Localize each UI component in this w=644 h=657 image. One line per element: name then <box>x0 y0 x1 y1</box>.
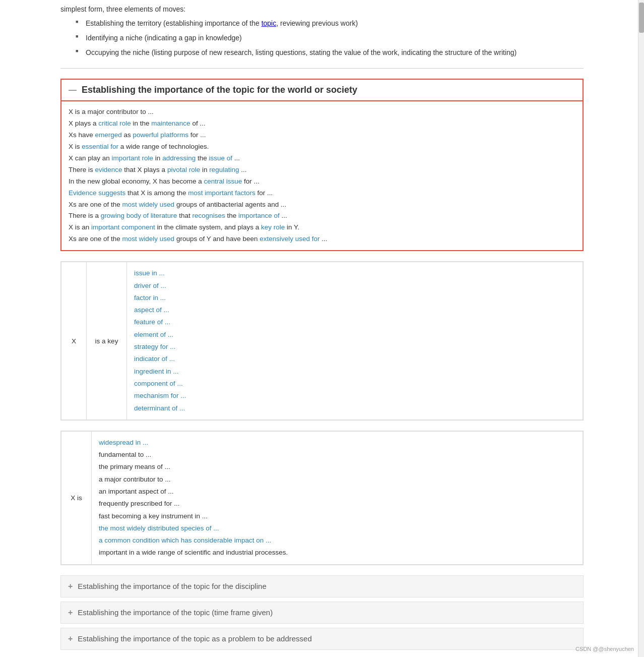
opt-component-of[interactable]: component of ... <box>134 378 575 390</box>
scrollbar-thumb[interactable] <box>639 3 644 33</box>
opt2-important-aspect: an important aspect of ... <box>99 486 575 498</box>
phrase-3: Xs have emerged as powerful platforms fo… <box>69 130 575 141</box>
bullet-item-3: Occupying the niche (listing purpose of … <box>76 47 584 58</box>
collapsed-section-1[interactable]: + Establishing the importance of the top… <box>60 575 584 598</box>
link-evidence[interactable]: evidence <box>95 166 122 173</box>
section-divider <box>60 68 584 69</box>
table-2: X is widespread in ... fundamental to ..… <box>60 431 584 565</box>
phrase-10: There is a growing body of literature th… <box>69 210 575 222</box>
table-2-cell-x-is: X is <box>61 431 92 564</box>
collapsed-title-1: Establishing the importance of the topic… <box>78 582 266 590</box>
phrase-5: X can play an important role in addressi… <box>69 153 575 164</box>
opt2-important-in: important in a wide range of scientific … <box>99 547 575 559</box>
opt-feature-of[interactable]: feature of ... <box>134 316 575 328</box>
table-1-row: X is a key issue in ... driver of ... fa… <box>61 262 583 420</box>
phrase-4: X is essential for a wide range of techn… <box>69 141 575 153</box>
opt-mechanism-for[interactable]: mechanism for ... <box>134 390 575 402</box>
link-importance-of[interactable]: importance of <box>238 212 280 219</box>
opt2-fast-becoming: fast becoming a key instrument in ... <box>99 510 575 522</box>
table-1: X is a key issue in ... driver of ... fa… <box>60 261 584 421</box>
link-regulating[interactable]: regulating <box>209 166 239 173</box>
opt-factor-in[interactable]: factor in ... <box>134 292 575 304</box>
opt-aspect-of[interactable]: aspect of ... <box>134 304 575 316</box>
link-most-important-factors[interactable]: most important factors <box>188 189 255 197</box>
opt2-most-widely-distributed[interactable]: the most widely distributed species of .… <box>99 522 575 534</box>
phrase-8: Evidence suggests that X is among the mo… <box>69 188 575 199</box>
opt-element-of[interactable]: element of ... <box>134 329 575 341</box>
table-1-cell-options: issue in ... driver of ... factor in ...… <box>127 262 583 420</box>
opt2-major-contributor: a major contributor to ... <box>99 473 575 486</box>
phrase-2: X plays a critical role in the maintenan… <box>69 118 575 130</box>
expand-icon-3: + <box>68 634 73 643</box>
opt-ingredient-in[interactable]: ingredient in ... <box>134 366 575 378</box>
link-emerged[interactable]: emerged <box>95 131 122 139</box>
collapse-icon: — <box>69 86 77 95</box>
collapsed-title-3: Establishing the importance of the topic… <box>78 634 311 643</box>
link-pivotal-role[interactable]: pivotal role <box>167 166 200 173</box>
opt2-frequently-prescribed: frequently prescribed for ... <box>99 498 575 510</box>
topic-link-1[interactable]: topic <box>262 19 277 27</box>
table-2-cell-options: widespread in ... fundamental to ... the… <box>92 431 583 564</box>
bullet-list: Establishing the territory (establishing… <box>76 18 584 58</box>
link-growing-body[interactable]: growing body of literature <box>101 212 177 219</box>
opt2-widespread-in[interactable]: widespread in ... <box>99 437 575 449</box>
link-evidence-suggests[interactable]: Evidence suggests <box>69 189 125 197</box>
expand-icon-2: + <box>68 608 73 617</box>
link-important-component[interactable]: important component <box>91 223 155 231</box>
table-1-grid: X is a key issue in ... driver of ... fa… <box>61 262 583 420</box>
table-2-row: X is widespread in ... fundamental to ..… <box>61 431 583 564</box>
phrases-box: X is a major contributor to ... X plays … <box>60 101 584 251</box>
link-addressing[interactable]: addressing <box>162 154 196 162</box>
link-recognises[interactable]: recognises <box>192 212 225 219</box>
watermark: CSDN @@shenyuchen <box>575 646 634 652</box>
link-important-role[interactable]: important role <box>112 154 154 162</box>
link-issue-of[interactable]: issue of <box>209 154 232 162</box>
page-wrapper: simplest form, three elements of moves: … <box>50 0 594 657</box>
opt2-common-condition[interactable]: a common condition which has considerabl… <box>99 534 575 547</box>
collapsed-section-2[interactable]: + Establishing the importance of the top… <box>60 602 584 624</box>
opt-determinant-of[interactable]: determinant of ... <box>134 402 575 414</box>
collapsed-title-2: Establishing the importance of the topic… <box>78 608 273 617</box>
bullet-item-2: Identifying a niche (indicating a gap in… <box>76 33 584 43</box>
phrase-1: X is a major contributor to ... <box>69 106 575 118</box>
link-most-widely-used-1[interactable]: most widely used <box>122 201 175 208</box>
opt2-primary-means: the primary means of ... <box>99 461 575 473</box>
link-powerful-platforms[interactable]: powerful platforms <box>133 131 188 139</box>
link-critical-role[interactable]: critical role <box>98 120 131 127</box>
opt-indicator-of[interactable]: indicator of ... <box>134 353 575 365</box>
link-extensively-used[interactable]: extensively used for <box>260 235 319 243</box>
collapsed-section-3[interactable]: + Establishing the importance of the top… <box>60 628 584 650</box>
opt-driver-of[interactable]: driver of ... <box>134 280 575 292</box>
link-most-widely-used-2[interactable]: most widely used <box>122 235 175 243</box>
table-1-cell-is-a-key: is a key <box>87 262 127 420</box>
phrase-11: X is an important component in the clima… <box>69 222 575 233</box>
phrase-7: In the new global economy, X has become … <box>69 176 575 188</box>
opt-strategy-for[interactable]: strategy for ... <box>134 341 575 353</box>
expand-icon-1: + <box>68 582 73 591</box>
link-central-issue[interactable]: central issue <box>204 177 242 185</box>
table-1-cell-x: X <box>61 262 87 420</box>
bullet-item-1: Establishing the territory (establishing… <box>76 18 584 29</box>
intro-text: simplest form, three elements of moves: <box>60 5 584 13</box>
link-essential-for[interactable]: essential for <box>82 143 118 150</box>
phrase-6: There is evidence that X plays a pivotal… <box>69 164 575 176</box>
expanded-section-header[interactable]: — Establishing the importance of the top… <box>60 79 584 101</box>
table-2-grid: X is widespread in ... fundamental to ..… <box>61 431 583 565</box>
opt-issue-in[interactable]: issue in ... <box>134 267 575 279</box>
phrase-12: Xs are one of the most widely used group… <box>69 233 575 245</box>
link-key-role[interactable]: key role <box>261 223 285 231</box>
phrase-9: Xs are one of the most widely used group… <box>69 199 575 211</box>
scrollbar[interactable] <box>638 0 644 657</box>
link-maintenance[interactable]: maintenance <box>151 120 190 127</box>
expanded-section-title: Establishing the importance of the topic… <box>82 85 357 95</box>
opt2-fundamental-to: fundamental to ... <box>99 449 575 461</box>
